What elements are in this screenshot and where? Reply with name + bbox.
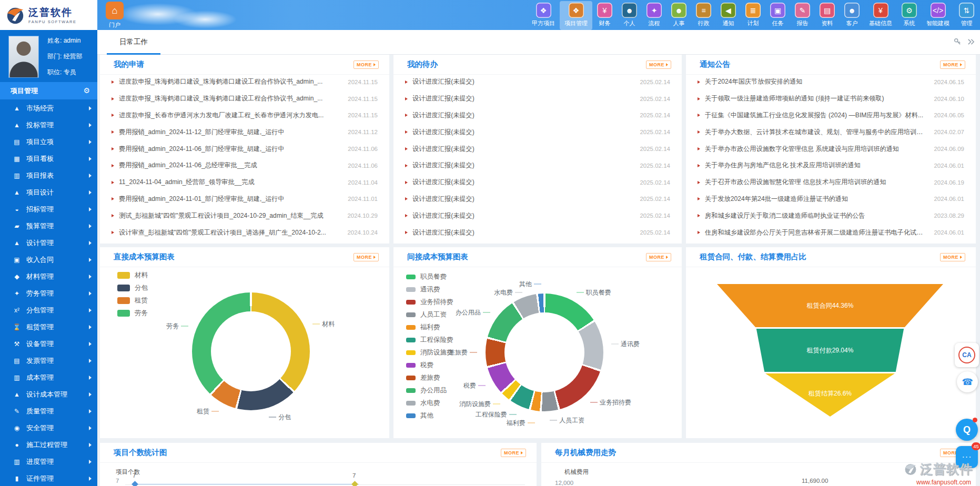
legend-item-人员工资[interactable]: 人员工资 xyxy=(406,310,447,319)
nav-item-系统[interactable]: ⚙系统 xyxy=(897,1,922,30)
legend-item-通讯费[interactable]: 通讯费 xyxy=(406,285,440,294)
list-item[interactable]: 关于举办住房与房地产信息化 技术及应用培训班的通知2024.06.01 xyxy=(694,157,967,174)
list-item[interactable]: 设计进度汇报(未提交)2025.02.14 xyxy=(402,207,673,224)
more-button[interactable]: MORE xyxy=(501,449,526,457)
sidebar-item-质量管理[interactable]: ✎质量管理 xyxy=(0,403,97,420)
sidebar-item-项目报表[interactable]: ▥项目报表 xyxy=(0,167,97,184)
nav-item-计划[interactable]: ≣计划 xyxy=(741,1,765,30)
legend-item-劳务[interactable]: 劳务 xyxy=(117,309,148,318)
legend-item-业务招待费[interactable]: 业务招待费 xyxy=(406,298,453,307)
list-item[interactable]: 设计进度汇报(未提交)2025.02.14 xyxy=(402,140,673,157)
nav-item-基础信息[interactable]: ¥基础信息 xyxy=(864,1,897,30)
legend-item-职员餐费[interactable]: 职员餐费 xyxy=(406,272,447,281)
list-item[interactable]: 房和城乡建设厅关于取消二级建造师临时执业证书的公告2023.08.29 xyxy=(694,207,967,224)
more-button[interactable]: MORE xyxy=(353,253,379,261)
nav-item-人事[interactable]: ☻人事 xyxy=(666,1,691,30)
legend-item-其他[interactable]: 其他 xyxy=(406,411,433,420)
nav-item-任务[interactable]: ▣任务 xyxy=(765,1,790,30)
nav-item-个人[interactable]: ☻个人 xyxy=(617,1,642,30)
sidebar-item-市场经营[interactable]: ▲市场经营 xyxy=(0,100,97,117)
sidebar-item-租赁管理[interactable]: ⌛租赁管理 xyxy=(0,319,97,336)
expand-icon[interactable] xyxy=(967,38,975,46)
contact-phone-button[interactable]: ☎ xyxy=(957,371,978,392)
legend-item-福利费[interactable]: 福利费 xyxy=(406,323,440,332)
list-item[interactable]: 进度款申报_珠海鹤港口建设_珠海鹤港口建设工程合作协议书_admin_...20… xyxy=(108,90,381,107)
list-item[interactable]: 费用报销_admin_2024-11-01_部门经理审批_胡建,_运行中2024… xyxy=(108,191,381,208)
list-item[interactable]: 设计进度汇报(未提交)2025.02.14 xyxy=(402,90,673,107)
funnel-segment-租赁合同[interactable]: 租赁合同44.36% xyxy=(717,284,943,327)
nav-item-项目管理[interactable]: ❖项目管理 xyxy=(560,1,592,30)
chat-service-button[interactable]: Q xyxy=(956,419,978,441)
legend-item-税费[interactable]: 税费 xyxy=(406,361,433,370)
gear-icon[interactable]: ⚙ xyxy=(83,82,90,99)
legend-item-消防设施费[interactable]: 消防设施费 xyxy=(406,348,453,357)
nav-item-通知[interactable]: ◀通知 xyxy=(716,1,741,30)
legend-item-材料[interactable]: 材料 xyxy=(117,271,148,280)
legend-item-办公用品[interactable]: 办公用品 xyxy=(406,386,447,395)
sidebar-item-发票管理[interactable]: ▤发票管理 xyxy=(0,352,97,369)
sidebar-item-成本管理[interactable]: ▥成本管理 xyxy=(0,369,97,386)
funnel-segment-租赁结算[interactable]: 租赁结算26.6% xyxy=(717,373,943,417)
ca-seal-button[interactable]: CA xyxy=(955,343,979,367)
sidebar-item-项目设计[interactable]: ▲项目设计 xyxy=(0,184,97,201)
list-item[interactable]: 关于举办市政公用设施数字化管理信息 系统建设与应用培训班的通知2024.06.0… xyxy=(694,140,967,157)
list-item[interactable]: 设计进度汇报(未提交)2025.02.14 xyxy=(402,174,673,191)
sidebar-item-设计管理[interactable]: ▲设计管理 xyxy=(0,235,97,251)
sidebar-item-分包管理[interactable]: x²分包管理 xyxy=(0,302,97,319)
sidebar-item-投标管理[interactable]: ▲投标管理 xyxy=(0,117,97,134)
nav-item-财务[interactable]: ¥财务 xyxy=(592,1,617,30)
list-item[interactable]: 费用报销_admin_2024-11-06_总经理审批__完成2024.11.0… xyxy=(108,157,381,174)
legend-item-工程保险费[interactable]: 工程保险费 xyxy=(406,336,453,345)
list-item[interactable]: 进度款申报_珠海鹤港口建设_珠海鹤港口建设工程合作协议书_admin_...20… xyxy=(108,74,381,90)
sidebar-item-进度管理[interactable]: ▥进度管理 xyxy=(0,453,97,470)
nav-item-甲方项目[interactable]: ❖甲方项目 xyxy=(527,1,560,30)
sidebar-item-项目立项[interactable]: ▤项目立项 xyxy=(0,134,97,150)
sidebar-item-招标管理[interactable]: ◒招标管理 xyxy=(0,201,97,218)
legend-item-分包[interactable]: 分包 xyxy=(117,284,148,292)
nav-item-管理[interactable]: ⇅管理 xyxy=(954,1,979,30)
sidebar-item-施工过程管理[interactable]: ●施工过程管理 xyxy=(0,437,97,453)
list-item[interactable]: 费用报销_admin_2024-11-12_部门经理审批_胡建,_运行中2024… xyxy=(108,124,381,140)
sidebar-item-预算管理[interactable]: ▰预算管理 xyxy=(0,218,97,235)
legend-item-水电费[interactable]: 水电费 xyxy=(406,399,440,408)
list-item[interactable]: 关于召开市政公用设施智慧化管理 信息技术与应用培训班的通知2024.06.19 xyxy=(694,174,967,191)
list-item[interactable]: 于征集《中国建筑施工行业信息化发展报告 (2024) —BIM应用与发展》材料.… xyxy=(694,107,967,124)
sidebar-item-劳务管理[interactable]: ✦劳务管理 xyxy=(0,285,97,302)
sidebar-item-设计成本管理[interactable]: ▲设计成本管理 xyxy=(0,386,97,403)
nav-item-智能建模[interactable]: </>智能建模 xyxy=(922,1,954,30)
more-button[interactable]: MORE xyxy=(646,253,671,261)
more-button[interactable]: MORE xyxy=(940,60,965,69)
list-item[interactable]: 设计进度汇报(未提交)2025.02.14 xyxy=(402,74,673,90)
sidebar-item-设备管理[interactable]: ⚒设备管理 xyxy=(0,336,97,352)
list-item[interactable]: 关于发放2024年第24批一级建造师注册证书的通知2024.06.01 xyxy=(694,191,967,208)
more-button[interactable]: MORE xyxy=(646,60,671,69)
more-button[interactable]: MORE xyxy=(940,253,965,261)
sidebar-item-证件管理[interactable]: ▮证件管理 xyxy=(0,470,97,486)
nav-item-资料[interactable]: ▤资料 xyxy=(815,1,840,30)
list-item[interactable]: 费用报销_admin_2024-11-06_部门经理审批_胡建,_运行中2024… xyxy=(108,140,381,157)
sidebar-item-项目看板[interactable]: ▦项目看板 xyxy=(0,150,97,167)
sidebar-item-安全管理[interactable]: ◉安全管理 xyxy=(0,420,97,437)
legend-item-租赁[interactable]: 租赁 xyxy=(117,296,148,305)
list-item[interactable]: 关于2024年国庆节放假安排的通知2024.06.15 xyxy=(694,74,967,90)
list-item[interactable]: 设计进度汇报(未提交)2025.02.14 xyxy=(402,157,673,174)
list-item[interactable]: 11_2024-11-04_admin_经营部_领导审批__完成2024.11.… xyxy=(108,174,381,191)
tab-daily-work[interactable]: 日常工作 xyxy=(107,30,160,55)
nav-item-报告[interactable]: ✎报告 xyxy=(790,1,815,30)
list-item[interactable]: 关于举办大数据、云计算技术在城市建设、规划、管理与服务中的应用培训班...202… xyxy=(694,124,967,140)
list-item[interactable]: 设计进度汇报(未提交)2025.02.14 xyxy=(402,224,673,241)
nav-item-客户[interactable]: ☻客户 xyxy=(840,1,864,30)
list-item[interactable]: 住房和城乡建设部办公厅关于同意吉林省开展二级建造师注册证书电子化试点...202… xyxy=(694,224,967,241)
list-item[interactable]: 设计进度汇报(未提交)2025.02.14 xyxy=(402,107,673,124)
list-item[interactable]: 设计进度汇报(未提交)2025.02.14 xyxy=(402,191,673,208)
key-icon[interactable] xyxy=(954,38,962,46)
legend-item-差旅费[interactable]: 差旅费 xyxy=(406,373,440,382)
funnel-segment-租赁付款[interactable]: 租赁付款29.04% xyxy=(717,329,943,372)
list-item[interactable]: 进度款申报_长春市伊通河水力发电厂改建工程_长春市伊通河水力发电...2024.… xyxy=(108,107,381,124)
sidebar-item-材料管理[interactable]: ◆材料管理 xyxy=(0,268,97,285)
more-button[interactable]: MORE xyxy=(353,60,379,69)
data-point-marker[interactable] xyxy=(351,481,358,486)
list-item[interactable]: 关于领取一级注册建造师增项贴的通知 (须持一建证书前来领取)2024.06.10 xyxy=(694,90,967,107)
list-item[interactable]: 测试_彭祖新城"四馆"景观工程设计项目_2024-10-29_admin_结束_… xyxy=(108,207,381,224)
list-item[interactable]: 设计进度汇报(未提交)2025.02.14 xyxy=(402,124,673,140)
